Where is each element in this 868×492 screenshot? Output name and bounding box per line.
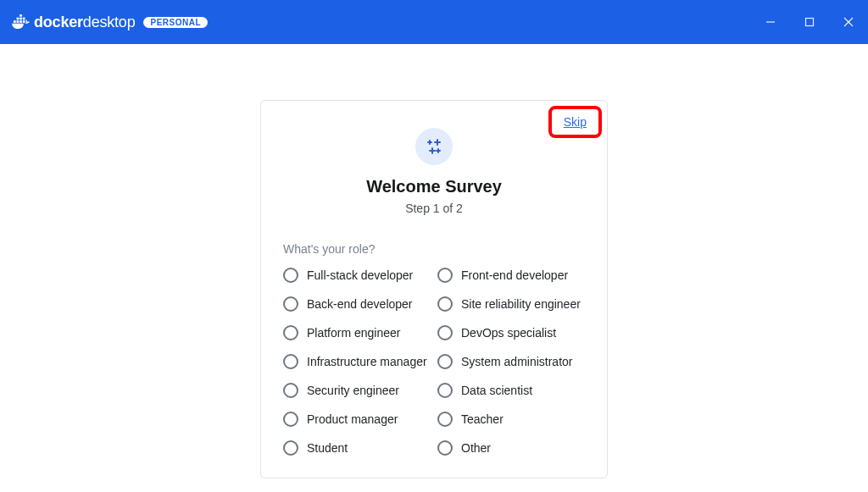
svg-rect-5 [19,18,22,20]
role-option[interactable]: Security engineer [283,383,431,398]
role-option[interactable]: Teacher [437,412,585,427]
option-label: Data scientist [461,384,532,397]
radio-icon [437,383,453,398]
role-option[interactable]: Platform engineer [283,325,431,340]
radio-icon [283,325,298,340]
svg-rect-9 [806,19,814,26]
option-label: Student [307,441,348,455]
titlebar-left: dockerdesktop PERSONAL [12,14,208,31]
brand-text: dockerdesktop [34,14,135,31]
radio-icon [437,354,453,369]
svg-rect-4 [17,18,19,20]
survey-card: Skip Welcome Survey Step 1 of 2 What's y… [260,100,608,478]
radio-icon [283,354,298,369]
edition-badge: PERSONAL [143,17,208,28]
radio-icon [437,440,453,456]
option-label: Infrastructure manager [307,355,427,368]
role-option[interactable]: Student [283,440,431,456]
svg-rect-7 [19,14,22,17]
svg-rect-0 [14,20,16,23]
skip-link[interactable]: Skip [564,115,587,129]
minimize-button[interactable] [751,0,790,44]
role-option[interactable]: DevOps specialist [437,325,585,340]
sparkle-icon [415,128,453,165]
radio-icon [437,325,453,340]
radio-icon [437,412,453,427]
option-label: Security engineer [307,384,399,397]
option-label: Teacher [461,412,504,426]
svg-rect-1 [17,20,19,23]
role-option[interactable]: Other [437,440,585,456]
option-label: Other [461,441,491,455]
radio-icon [283,296,298,312]
svg-rect-6 [23,18,25,20]
survey-title: Welcome Survey [283,177,585,196]
survey-question: What's your role? [283,242,585,256]
role-option[interactable]: Infrastructure manager [283,354,431,369]
survey-step: Step 1 of 2 [283,202,585,215]
option-label: Site reliability engineer [461,297,581,311]
option-label: System administrator [461,355,572,368]
radio-icon [437,296,453,312]
radio-icon [283,440,298,456]
role-option[interactable]: Front-end developer [437,268,585,283]
svg-rect-2 [19,20,22,23]
radio-icon [283,383,298,398]
role-option[interactable]: Data scientist [437,383,585,398]
option-label: Front-end developer [461,268,568,282]
svg-rect-3 [23,20,25,23]
window-controls [751,0,868,44]
skip-highlight: Skip [548,106,602,138]
docker-logo: dockerdesktop [12,14,135,31]
option-label: Platform engineer [307,326,401,340]
docker-whale-icon [12,14,31,30]
maximize-button[interactable] [790,0,829,44]
radio-icon [437,268,453,283]
option-label: Product manager [307,412,398,426]
close-button[interactable] [829,0,868,44]
titlebar: dockerdesktop PERSONAL [0,0,868,44]
radio-icon [283,412,298,427]
options-grid: Full-stack developer Front-end developer… [283,268,585,456]
role-option[interactable]: Back-end developer [283,296,431,312]
content-area: Skip Welcome Survey Step 1 of 2 What's y… [0,44,868,478]
role-option[interactable]: Product manager [283,412,431,427]
option-label: DevOps specialist [461,326,556,340]
role-option[interactable]: Site reliability engineer [437,296,585,312]
role-option[interactable]: System administrator [437,354,585,369]
radio-icon [283,268,298,283]
role-option[interactable]: Full-stack developer [283,268,431,283]
option-label: Back-end developer [307,297,413,311]
option-label: Full-stack developer [307,268,413,282]
